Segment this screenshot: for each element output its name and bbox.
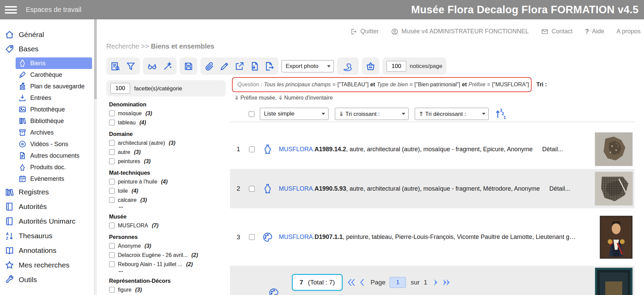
detail-link[interactable]: Détail... [542,146,563,153]
sidebar-item-autres-documents[interactable]: Autres documents [16,150,92,161]
facet-checkbox[interactable] [109,110,115,116]
sidebar-item-label: Entrées [30,94,51,102]
facet-checkbox[interactable] [109,261,115,267]
sidebar-item-label: Photothèque [30,106,65,113]
display-mode-select[interactable]: Liste simple [260,108,328,120]
result-thumbnail[interactable] [595,172,632,205]
scrollbar-thumb[interactable] [94,19,97,99]
sidebar-item-registres[interactable]: Registres [0,185,97,199]
help-button[interactable]: ? Aide [585,28,604,35]
result-thumbnail[interactable] [600,216,632,259]
sort-321-button[interactable]: 321 [495,108,507,120]
select-all-checkbox[interactable] [249,111,254,117]
sidebar-scrollbar[interactable] [94,19,97,295]
sidebar-item-videos-sons[interactable]: Vidéos - Sons [16,138,92,150]
result-row[interactable]: 2 MUSFLORA.A1990.5.93, autre, architectu… [230,169,634,208]
facet-checkbox[interactable] [109,158,115,164]
sidebar-item-archives[interactable]: Archives [16,127,92,138]
result-thumbnail[interactable] [595,133,632,166]
sidebar-item-mes-recherches[interactable]: Mes recherches [0,258,97,272]
record-link[interactable]: MUSFLORA. [279,233,315,240]
facets-count-input[interactable] [110,83,130,94]
facet-checkbox[interactable] [109,223,115,228]
sidebar-item-general[interactable]: Général [0,28,97,42]
result-thumbnail[interactable] [595,268,632,295]
facet-group-title: Mat-techniques [109,170,226,176]
export-photo-select[interactable]: Export photo [282,60,334,72]
facet-checkbox[interactable] [109,120,115,125]
search-list-button[interactable] [110,61,121,71]
facet-count: (3) [135,287,142,293]
sidebar-item-annotations[interactable]: Annotations [0,243,97,258]
about-button[interactable]: A propos [616,28,641,35]
sidebar-item-label: Autorités [19,203,47,211]
inkwell-icon [18,163,26,171]
notices-per-page-input[interactable] [387,61,406,72]
save-button[interactable] [183,61,194,71]
facet-checkbox[interactable] [109,179,115,185]
facet-item: mosaïque(3) [109,110,226,117]
magic-wand-button[interactable] [162,61,173,71]
sidebar-item-biens[interactable]: Biens [16,57,92,69]
row-checkbox[interactable] [249,186,255,192]
facet-item: MUSFLORA(7) [109,222,226,229]
question-row: Question : Tous les principaux champs = … [232,77,547,92]
result-row[interactable]: 1 MUSFLORA.A1989.14.2, autre, architectu… [230,129,634,169]
monument-icon [18,82,26,90]
sidebar-item-carotheque[interactable]: Carothèque [16,69,92,81]
sidebar-item-plan-de-sauvegarde[interactable]: Plan de sauvegarde [16,81,92,92]
row-checkbox[interactable] [249,234,255,240]
facet-checkbox[interactable] [109,287,115,293]
sort-descending-select[interactable]: ⇑ Tri décroissant : [415,108,489,120]
facet-group-title: Personnes [109,234,226,240]
sidebar-item-entrees[interactable]: Entrées [16,92,92,104]
facet-checkbox[interactable] [109,197,115,203]
facet-checkbox[interactable] [109,149,115,155]
sidebar-item-bibliotheque[interactable]: Bibliothèque [16,115,92,127]
file-download-button[interactable] [249,61,260,71]
file-export-button[interactable] [264,61,274,71]
basket-button[interactable] [365,61,376,71]
facet-checkbox[interactable] [109,140,115,146]
pencil-button[interactable] [219,61,230,71]
hamburger-menu-icon[interactable] [5,4,17,15]
facet-label: peintures [118,158,140,164]
facet-checkbox[interactable] [109,243,115,249]
first-page-icon[interactable] [347,278,356,287]
breadcrumb-section[interactable]: Recherche >> [106,42,149,50]
quit-button[interactable]: Quitter [350,28,379,35]
glasses-button[interactable] [147,61,157,71]
contact-button[interactable]: Contact [541,28,573,35]
paperclip-button[interactable] [204,61,215,71]
sidebar-item-autorites-unimarc[interactable]: Autorités Unimarc [0,214,97,228]
sidebar-item-thesaurus[interactable]: AZ Thesaurus [0,228,97,243]
sidebar-item-bases[interactable]: Bases [0,42,97,56]
facet-checkbox[interactable] [109,188,115,194]
open-book-icon [5,246,14,255]
record-link[interactable]: MUSFLORA. [279,146,315,153]
detail-link[interactable]: Détail... [549,185,570,192]
sidebar-item-outils[interactable]: Outils [0,272,97,287]
sidebar-item-autorites[interactable]: Autorités [0,199,97,214]
facet-checkbox[interactable] [109,252,115,258]
swan-button[interactable] [341,61,354,72]
sidebar-item-produits-doc[interactable]: Produits doc. [16,161,92,173]
user-menu[interactable]: Musée v4 ADMINISTRATEUR FONCTIONNEL [391,28,529,35]
sidebar-item-evenements[interactable]: Evènements [16,173,92,185]
external-link-button[interactable] [234,61,245,71]
facet-more-link[interactable]: ... [119,268,226,273]
sort-criteria[interactable]: ⇓ Préfixe musée, ⇓ Numéro d'inventaire [234,94,333,101]
sort-ascending-select[interactable]: ⇓ Tri croissant : [335,108,409,120]
pagination: 7 (Total : 7) Page sur 1 [292,274,451,291]
filter-button[interactable] [126,61,136,71]
page-input[interactable] [390,277,406,288]
facet-item: Anonyme(3) [109,242,226,249]
sidebar-item-phototheque[interactable]: Photothèque [16,104,92,115]
last-page-icon[interactable] [442,278,451,287]
result-row[interactable]: 3 MUSFLORA.D1907.1.1, peinture, tableau,… [230,208,634,266]
prev-page-icon[interactable] [358,278,367,287]
facet-more-link[interactable]: ... [119,204,226,209]
next-page-icon[interactable] [431,278,440,287]
record-link[interactable]: MUSFLORA. [279,185,315,192]
row-checkbox[interactable] [249,146,255,152]
